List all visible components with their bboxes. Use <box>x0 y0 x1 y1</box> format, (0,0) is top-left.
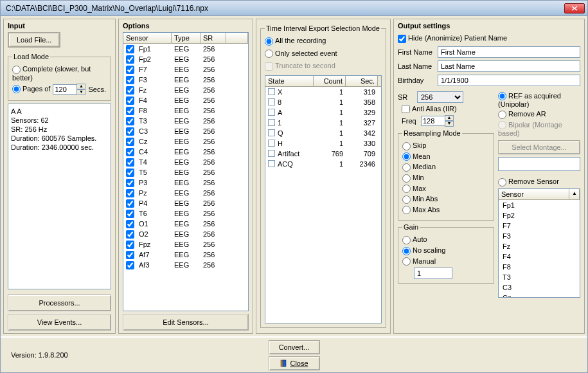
out-sensor-row[interactable]: T3 <box>499 272 580 282</box>
sensor-row[interactable]: Fp1EEG256 <box>123 44 248 54</box>
sensor-checkbox[interactable] <box>123 260 136 269</box>
chevron-up-icon[interactable]: ▲ <box>569 189 580 199</box>
count-col-header[interactable]: Count <box>314 76 346 86</box>
sensor-checkbox[interactable] <box>123 116 136 125</box>
auto-radio[interactable] <box>402 236 411 244</box>
freq-input[interactable] <box>421 116 445 126</box>
sensor-checkbox[interactable] <box>123 230 136 239</box>
processors-button[interactable]: Processors... <box>8 295 111 311</box>
state-checkbox[interactable] <box>268 160 275 167</box>
load-file-button[interactable]: Load File... <box>8 32 60 48</box>
sensor-checkbox[interactable] <box>123 55 136 64</box>
sensor-checkbox[interactable] <box>123 158 136 167</box>
state-row[interactable]: ACQ12346 <box>265 159 381 169</box>
sensor-checkbox[interactable] <box>123 86 136 95</box>
all-recording-radio[interactable] <box>265 37 273 46</box>
sensor-row[interactable]: Af3EEG256 <box>123 260 248 270</box>
out-sensor-row[interactable]: F8 <box>499 262 580 272</box>
sensor-checkbox[interactable] <box>123 147 136 156</box>
state-checkbox[interactable] <box>268 109 275 116</box>
sensor-row[interactable]: P4EEG256 <box>123 198 248 208</box>
min-radio[interactable] <box>402 174 411 183</box>
sensor-checkbox[interactable] <box>123 127 136 136</box>
sensor-row[interactable]: T5EEG256 <box>123 167 248 177</box>
pages-spinner[interactable]: ▲ ▼ <box>76 84 85 95</box>
sensor-checkbox[interactable] <box>123 240 136 249</box>
state-row[interactable]: 81358 <box>265 97 381 107</box>
state-row[interactable]: Q1342 <box>265 128 381 138</box>
sensor-row[interactable]: CzEEG256 <box>123 136 248 147</box>
out-sensor-row[interactable]: C3 <box>499 282 580 293</box>
blank-col-header[interactable] <box>226 33 248 43</box>
sensor-checkbox[interactable] <box>123 250 136 259</box>
sensor-row[interactable]: T4EEG256 <box>123 157 248 167</box>
chevron-up-icon[interactable]: ▲ <box>76 84 85 89</box>
out-sensor-row[interactable]: Fz <box>499 241 580 251</box>
state-col-header[interactable]: State <box>265 76 314 86</box>
sensor-row[interactable]: FzEEG256 <box>123 85 248 95</box>
out-sensor-row[interactable]: F3 <box>499 231 580 241</box>
sensor-checkbox[interactable] <box>123 188 136 197</box>
sensor-checkbox[interactable] <box>123 219 136 228</box>
view-events-button[interactable]: View Events... <box>8 314 111 331</box>
antialias-label[interactable]: Anti Alias (IIR) <box>402 105 494 114</box>
state-checkbox[interactable] <box>268 140 275 147</box>
state-body[interactable]: X131981358A132911327Q1342H1330Artifact76… <box>265 87 381 323</box>
sensor-row[interactable]: F4EEG256 <box>123 95 248 105</box>
out-sensor-body[interactable]: Fp1Fp2F7F3FzF4F8T3C3CzC4T4T5 <box>499 200 580 297</box>
sensor-checkbox[interactable] <box>123 199 136 208</box>
sensor-col-header[interactable]: Sensor <box>123 33 172 43</box>
sensor-checkbox[interactable] <box>123 96 136 105</box>
noscale-radio[interactable] <box>402 247 411 255</box>
state-checkbox[interactable] <box>268 98 275 105</box>
out-sensor-row[interactable]: Fp2 <box>499 210 580 221</box>
sensor-checkbox[interactable] <box>123 75 136 84</box>
sensor-row[interactable]: FpzEEG256 <box>123 239 248 250</box>
hide-name-label[interactable]: Hide (Anonimize) Patient Name <box>398 34 580 43</box>
median-radio[interactable] <box>402 163 411 172</box>
sensor-checkbox[interactable] <box>123 65 136 74</box>
ref-acq-radio[interactable] <box>498 92 506 100</box>
out-sensor-row[interactable]: F4 <box>499 251 580 262</box>
sec-col-header[interactable]: Sec. <box>346 76 378 86</box>
first-name-input[interactable] <box>438 46 580 58</box>
state-row[interactable]: H1330 <box>265 138 381 149</box>
type-col-header[interactable]: Type <box>172 33 200 43</box>
out-sensor-col-header[interactable]: Sensor <box>499 189 569 199</box>
output-sensor-listview[interactable]: Sensor ▲ Fp1Fp2F7F3FzF4F8T3C3CzC4T4T5 <box>498 188 580 298</box>
sensor-listview[interactable]: Sensor Type SR Fp1EEG256Fp2EEG256F7EEG25… <box>123 32 249 311</box>
hide-name-checkbox[interactable] <box>398 35 406 43</box>
sensor-checkbox[interactable] <box>123 168 136 177</box>
state-listview[interactable]: State Count Sec. X131981358A132911327Q13… <box>265 75 382 323</box>
only-selected-label[interactable]: Only selected event <box>265 50 382 59</box>
manual-gain-input[interactable] <box>414 268 452 279</box>
chevron-down-icon[interactable]: ▼ <box>76 89 85 95</box>
out-sensor-row[interactable]: Fp1 <box>499 200 580 210</box>
sensor-row[interactable]: T6EEG256 <box>123 208 248 219</box>
close-button[interactable]: Close <box>269 356 320 370</box>
convert-button[interactable]: Convert... <box>269 340 320 354</box>
sr-col-header[interactable]: SR <box>200 33 226 43</box>
last-name-input[interactable] <box>438 60 580 72</box>
complete-radio[interactable] <box>12 66 21 74</box>
state-checkbox[interactable] <box>268 129 275 136</box>
out-sensor-row[interactable]: Cz <box>499 293 580 297</box>
sensor-row[interactable]: PzEEG256 <box>123 188 248 198</box>
sensor-checkbox[interactable] <box>123 106 136 115</box>
freq-spinner[interactable]: ▲ ▼ <box>445 115 454 127</box>
only-selected-radio[interactable] <box>265 50 273 58</box>
sensor-row[interactable]: O2EEG256 <box>123 229 248 239</box>
sensor-checkbox[interactable] <box>123 44 136 53</box>
edit-sensors-button[interactable]: Edit Sensors... <box>123 314 249 331</box>
state-checkbox[interactable] <box>268 150 275 157</box>
state-row[interactable]: X1319 <box>265 87 381 97</box>
sensor-row[interactable]: T3EEG256 <box>123 116 248 126</box>
manual-radio[interactable] <box>402 257 411 266</box>
sensor-row[interactable]: Af7EEG256 <box>123 250 248 260</box>
sensor-row[interactable]: F7EEG256 <box>123 64 248 75</box>
state-row[interactable]: Artifact769709 <box>265 149 381 159</box>
state-checkbox[interactable] <box>268 88 275 95</box>
sensor-checkbox[interactable] <box>123 137 136 146</box>
pages-radio[interactable] <box>12 85 21 93</box>
sensor-row[interactable]: F3EEG256 <box>123 75 248 85</box>
